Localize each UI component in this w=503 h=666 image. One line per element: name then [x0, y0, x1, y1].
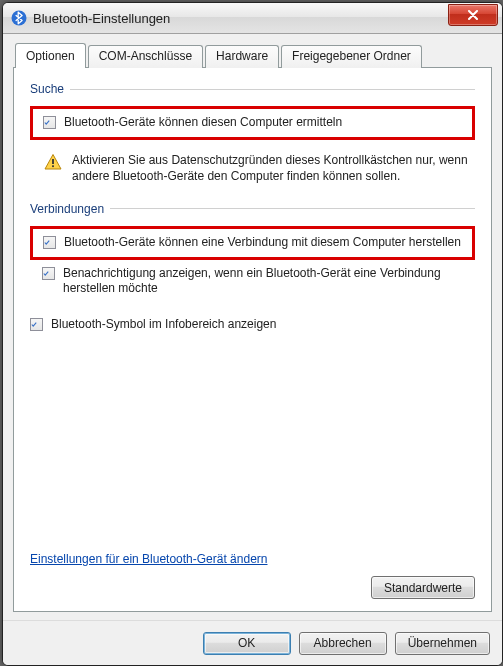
tab-hardware[interactable]: Hardware [205, 45, 279, 68]
link-change-device-settings[interactable]: Einstellungen für ein Bluetooth-Gerät än… [30, 548, 475, 566]
group-verbindungen: Verbindungen Bluetooth-Geräte können ein… [30, 202, 475, 299]
svg-rect-2 [52, 165, 54, 167]
label-allow-connect: Bluetooth-Geräte können eine Verbindung … [64, 235, 461, 251]
group-rule [110, 208, 475, 209]
label-discoverable: Bluetooth-Geräte können diesen Computer … [64, 115, 342, 131]
tab-freigegebener-ordner[interactable]: Freigegebener Ordner [281, 45, 422, 68]
apply-button[interactable]: Übernehmen [395, 632, 490, 655]
close-button[interactable] [448, 4, 498, 26]
group-rule [70, 89, 475, 90]
checkbox-notify[interactable] [42, 267, 55, 280]
checkbox-tray-icon[interactable] [30, 318, 43, 331]
tab-strip: Optionen COM-Anschlüsse Hardware Freigeg… [15, 45, 492, 68]
bluetooth-icon [11, 10, 27, 26]
cancel-button[interactable]: Abbrechen [299, 632, 387, 655]
client-area: Optionen COM-Anschlüsse Hardware Freigeg… [3, 34, 502, 620]
tab-page-optionen: Suche Bluetooth-Geräte können diesen Com… [13, 67, 492, 612]
title-bar[interactable]: Bluetooth-Einstellungen [3, 3, 502, 34]
row-tray-icon: Bluetooth-Symbol im Infobereich anzeigen [30, 315, 475, 335]
close-icon [467, 10, 479, 20]
svg-rect-1 [52, 159, 54, 164]
label-notify: Benachrichtigung anzeigen, wenn ein Blue… [63, 266, 475, 297]
checkbox-discoverable[interactable] [43, 116, 56, 129]
row-notify: Benachrichtigung anzeigen, wenn ein Blue… [30, 264, 475, 299]
window-title: Bluetooth-Einstellungen [33, 11, 448, 26]
row-allow-connect: Bluetooth-Geräte können eine Verbindung … [30, 226, 475, 260]
tab-com-anschluesse[interactable]: COM-Anschlüsse [88, 45, 203, 68]
warning-text: Aktivieren Sie aus Datenschutzgründen di… [72, 152, 469, 184]
group-title-verbindungen: Verbindungen [30, 202, 110, 216]
dialog-footer: OK Abbrechen Übernehmen [3, 620, 502, 665]
row-warning: Aktivieren Sie aus Datenschutzgründen di… [30, 142, 475, 188]
defaults-button[interactable]: Standardwerte [371, 576, 475, 599]
ok-button[interactable]: OK [203, 632, 291, 655]
label-tray-icon: Bluetooth-Symbol im Infobereich anzeigen [51, 317, 276, 333]
warning-icon [44, 153, 62, 171]
group-title-suche: Suche [30, 82, 70, 96]
group-tray: Bluetooth-Symbol im Infobereich anzeigen [30, 315, 475, 335]
row-discoverable: Bluetooth-Geräte können diesen Computer … [30, 106, 475, 140]
bluetooth-settings-window: Bluetooth-Einstellungen Optionen COM-Ans… [2, 2, 503, 666]
group-suche: Suche Bluetooth-Geräte können diesen Com… [30, 82, 475, 188]
checkbox-allow-connect[interactable] [43, 236, 56, 249]
tab-optionen[interactable]: Optionen [15, 43, 86, 68]
